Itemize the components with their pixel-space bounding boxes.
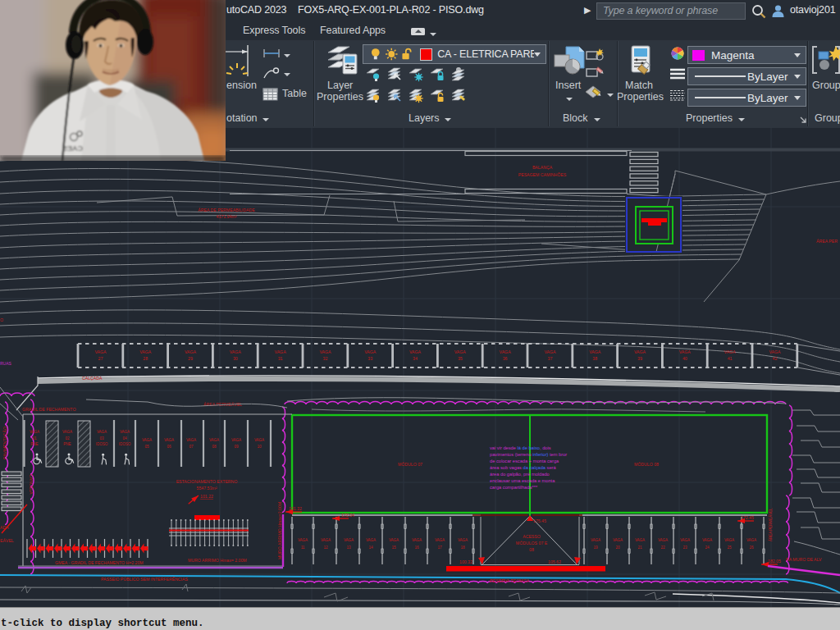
svg-text:VAGA: VAGA xyxy=(412,538,422,542)
svg-text:VAGA: VAGA xyxy=(185,349,197,354)
svg-text:100.32: 100.32 xyxy=(459,559,472,564)
svg-text:enclausar uma escada e monta: enclausar uma escada e monta xyxy=(490,478,555,483)
svg-text:27: 27 xyxy=(98,356,103,361)
svg-text:VAGA: VAGA xyxy=(702,538,712,542)
svg-text:18: 18 xyxy=(460,546,465,550)
svg-text:VAGA: VAGA xyxy=(680,538,690,542)
svg-text:32: 32 xyxy=(323,356,328,361)
svg-text:VAGA: VAGA xyxy=(62,430,72,434)
svg-text:02: 02 xyxy=(65,436,70,441)
svg-text:VAGA: VAGA xyxy=(186,438,196,442)
svg-text:CAES: CAES xyxy=(62,144,83,153)
svg-text:08: 08 xyxy=(212,445,217,449)
svg-text:VAGA: VAGA xyxy=(94,349,107,354)
svg-text:RUAS: RUAS xyxy=(0,361,12,366)
svg-text:09: 09 xyxy=(234,445,239,449)
svg-text:MÓDULO 07: MÓDULO 07 xyxy=(398,462,422,467)
svg-text:VAGA: VAGA xyxy=(30,430,39,434)
svg-text:06: 06 xyxy=(167,445,171,449)
svg-text:VAGA: VAGA xyxy=(139,349,152,354)
svg-text:VAGA: VAGA xyxy=(275,349,287,354)
svg-text:28: 28 xyxy=(143,356,148,361)
svg-text:4171.94m²: 4171.94m² xyxy=(217,214,237,219)
svg-text:VAGA: VAGA xyxy=(254,438,264,442)
svg-text:29: 29 xyxy=(188,356,193,361)
svg-text:PNE: PNE xyxy=(63,442,71,446)
svg-text:34: 34 xyxy=(413,356,418,361)
svg-text:35: 35 xyxy=(458,356,463,361)
svg-text:BALANÇA: BALANÇA xyxy=(532,165,553,170)
svg-text:CALÇADA: CALÇADA xyxy=(82,376,103,381)
svg-text:VAGA: VAGA xyxy=(319,349,331,354)
svg-text:39: 39 xyxy=(637,356,642,361)
svg-text:08: 08 xyxy=(529,547,534,552)
svg-text:03: 03 xyxy=(99,436,104,441)
svg-text:VAGA: VAGA xyxy=(164,438,174,442)
svg-text:10: 10 xyxy=(257,445,262,449)
svg-text:20: 20 xyxy=(615,546,620,550)
svg-text:25: 25 xyxy=(727,546,732,550)
svg-text:PAVIMENTAÇÃO: PAVIMENTAÇÃO xyxy=(2,427,7,459)
svg-text:RA MURO DE ALV: RA MURO DE ALV xyxy=(786,557,822,562)
svg-text:ACESSO: ACESSO xyxy=(523,534,541,539)
svg-text:GMEA - GRADIL DE FECHAMENTO H=: GMEA - GRADIL DE FECHAMENTO H=2.20M xyxy=(55,560,144,565)
svg-text:VAGA: VAGA xyxy=(409,349,422,354)
svg-text:15: 15 xyxy=(391,546,396,550)
svg-text:IDOSO: IDOSO xyxy=(119,442,131,446)
svg-text:VAGA: VAGA xyxy=(366,538,376,542)
svg-text:101.32: 101.32 xyxy=(289,506,302,511)
svg-text:VAGA: VAGA xyxy=(634,349,646,354)
svg-text:5547.53m²: 5547.53m² xyxy=(197,486,217,491)
svg-text:VAGA: VAGA xyxy=(613,538,623,542)
svg-text:VAGA: VAGA xyxy=(364,349,377,354)
svg-text:14: 14 xyxy=(368,546,373,550)
svg-text:24: 24 xyxy=(705,546,710,550)
svg-text:área do galpão, pré moldado: área do galpão, pré moldado xyxy=(490,472,550,477)
svg-text:VAGA: VAGA xyxy=(658,538,668,542)
svg-text:carga compartilhada***: carga compartilhada*** xyxy=(490,485,538,490)
svg-text:VAGA: VAGA xyxy=(724,538,734,542)
svg-text:19: 19 xyxy=(593,546,598,550)
svg-text:12: 12 xyxy=(323,546,328,550)
svg-text:VAGA: VAGA xyxy=(321,538,331,542)
svg-text:182.05: 182.05 xyxy=(768,559,781,564)
svg-text:RESERVA TECNICA: RESERVA TECNICA xyxy=(490,578,530,583)
svg-text:01: 01 xyxy=(32,436,37,441)
svg-text:CANCELA: CANCELA xyxy=(29,474,34,495)
svg-text:VAGA: VAGA xyxy=(679,349,692,354)
svg-text:38: 38 xyxy=(592,356,597,361)
svg-text:MÓDULOS 07 E: MÓDULOS 07 E xyxy=(516,541,548,546)
svg-text:26: 26 xyxy=(749,546,754,550)
svg-text:VAGA: VAGA xyxy=(97,430,107,434)
svg-text:PNE: PNE xyxy=(30,442,38,446)
svg-text:36: 36 xyxy=(503,356,508,361)
svg-text:VAGA: VAGA xyxy=(769,349,781,354)
svg-text:04: 04 xyxy=(122,436,127,441)
svg-text:172.04: 172.04 xyxy=(341,513,354,518)
svg-text:11: 11 xyxy=(301,546,305,550)
svg-text:PASSEIO PÚBLICO SEM INTERFERÊN: PASSEIO PÚBLICO SEM INTERFERÊNCIAS xyxy=(101,576,189,582)
svg-text:GRADIL DE FECHAMENTO: GRADIL DE FECHAMENTO xyxy=(22,407,75,412)
svg-text:05: 05 xyxy=(144,445,149,449)
svg-text:33: 33 xyxy=(368,356,372,361)
svg-text:VAGA: VAGA xyxy=(231,438,241,442)
svg-text:VAGA: VAGA xyxy=(209,438,219,442)
svg-text:41: 41 xyxy=(728,356,733,361)
svg-text:VAGA: VAGA xyxy=(591,538,600,542)
svg-text:MURO ARRIMO Hmax=2.00M: MURO ARRIMO Hmax=2.00M xyxy=(277,502,282,559)
svg-text:MÓDULO 08: MÓDULO 08 xyxy=(634,462,659,467)
svg-text:22: 22 xyxy=(660,546,665,550)
svg-text:30: 30 xyxy=(233,356,238,361)
svg-text:21: 21 xyxy=(637,546,642,550)
svg-text:VAGA: VAGA xyxy=(389,538,399,542)
svg-text:105.62: 105.62 xyxy=(548,559,561,564)
svg-text:37: 37 xyxy=(548,356,553,361)
svg-text:ÁREA PER: ÁREA PER xyxy=(816,239,838,244)
svg-text:31: 31 xyxy=(278,356,283,361)
svg-text:de colocar escada + monta carg: de colocar escada + monta carga xyxy=(490,459,559,463)
svg-text:VAGA: VAGA xyxy=(344,538,354,542)
svg-text:ÁREA PERMEÁVEL: ÁREA PERMEÁVEL xyxy=(768,508,773,541)
svg-text:VAGA: VAGA xyxy=(458,538,468,542)
svg-text:VAGA: VAGA xyxy=(120,430,130,434)
svg-text:17: 17 xyxy=(437,546,442,550)
